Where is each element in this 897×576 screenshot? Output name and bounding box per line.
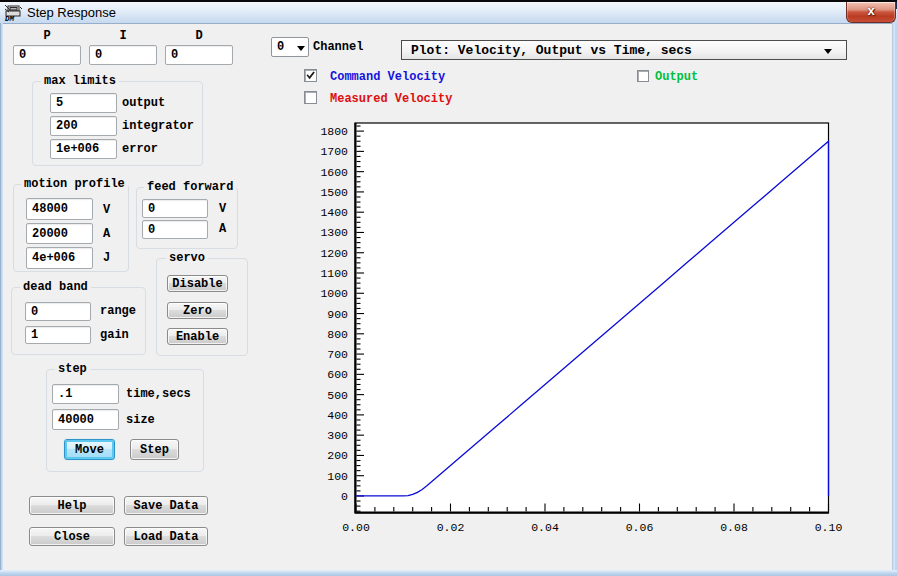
motion-profile-title: motion profile	[21, 177, 128, 191]
servo-disable-button[interactable]: Disable	[167, 275, 228, 292]
svg-text:100: 100	[327, 470, 348, 483]
motion-v-label: V	[103, 203, 110, 217]
command-velocity-label: Command Velocity	[330, 70, 445, 84]
svg-text:500: 500	[327, 389, 348, 402]
step-button[interactable]: Step	[130, 439, 179, 460]
measured-velocity-label: Measured Velocity	[330, 92, 452, 106]
servo-enable-button[interactable]: Enable	[167, 328, 228, 345]
motion-a-label: A	[103, 227, 110, 241]
app-icon: DM	[4, 3, 23, 22]
plot-dropdown-arrow-icon	[824, 49, 832, 54]
checkmark-icon	[306, 71, 315, 80]
max-output-label: output	[122, 96, 165, 110]
svg-text:0: 0	[341, 490, 348, 503]
svg-text:800: 800	[327, 328, 348, 341]
plot-mode-value: Plot: Velocity, Output vs Time, secs	[411, 43, 692, 58]
svg-text:400: 400	[327, 409, 348, 422]
ff-a-input[interactable]	[142, 220, 208, 239]
svg-text:1100: 1100	[320, 267, 348, 280]
max-integrator-label: integrator	[122, 119, 194, 133]
step-time-input[interactable]	[52, 384, 119, 404]
load-data-button[interactable]: Load Data	[124, 527, 208, 546]
output-label: Output	[655, 70, 698, 84]
command-velocity-checkbox[interactable]	[304, 69, 317, 82]
window-border-bottom	[0, 570, 897, 576]
p-label: P	[13, 29, 81, 43]
svg-text:1600: 1600	[320, 166, 348, 179]
close-window-button[interactable]: x	[846, 2, 896, 23]
window-border-right	[892, 23, 897, 570]
move-button[interactable]: Move	[64, 439, 115, 460]
servo-zero-button[interactable]: Zero	[167, 302, 228, 319]
svg-text:0.10: 0.10	[815, 521, 843, 534]
p-input[interactable]	[13, 45, 81, 65]
feed-forward-title: feed forward	[144, 180, 236, 194]
svg-text:900: 900	[327, 308, 348, 321]
dead-band-gain-input[interactable]	[25, 326, 91, 344]
servo-title: servo	[166, 251, 208, 265]
motion-j-input[interactable]	[26, 247, 93, 269]
svg-text:1800: 1800	[320, 125, 348, 138]
d-label: D	[165, 29, 233, 43]
max-output-input[interactable]	[50, 93, 117, 113]
max-error-label: error	[122, 142, 158, 156]
window-border-left	[0, 23, 3, 570]
svg-text:0.04: 0.04	[531, 521, 559, 534]
dead-band-range-input[interactable]	[25, 302, 91, 321]
close-button[interactable]: Close	[29, 527, 115, 546]
dead-band-gain-label: gain	[100, 328, 129, 342]
dead-band-title: dead band	[20, 280, 91, 294]
plot-mode-select[interactable]: Plot: Velocity, Output vs Time, secs	[401, 40, 847, 60]
svg-text:1400: 1400	[320, 206, 348, 219]
svg-text:1500: 1500	[320, 186, 348, 199]
channel-select-value: 0	[277, 40, 284, 54]
title-bar	[0, 2, 897, 24]
measured-velocity-checkbox[interactable]	[304, 91, 317, 104]
motion-j-label: J	[103, 251, 110, 265]
svg-text:0.06: 0.06	[626, 521, 654, 534]
svg-text:1300: 1300	[320, 226, 348, 239]
dead-band-group: dead band	[11, 287, 146, 355]
ff-v-input[interactable]	[142, 199, 208, 218]
ff-a-label: A	[219, 222, 226, 236]
ff-v-label: V	[219, 202, 226, 216]
feed-forward-group: feed forward	[136, 187, 238, 249]
step-title: step	[55, 362, 90, 376]
svg-text:DM: DM	[5, 15, 15, 22]
step-time-label: time,secs	[126, 387, 191, 401]
svg-text:1200: 1200	[320, 247, 348, 260]
window-title: Step Response	[27, 5, 116, 20]
output-checkbox[interactable]	[637, 70, 649, 82]
dead-band-range-label: range	[100, 304, 136, 318]
close-icon: x	[867, 3, 874, 18]
max-limits-title: max limits	[41, 74, 119, 88]
svg-text:1700: 1700	[320, 145, 348, 158]
save-data-button[interactable]: Save Data	[124, 496, 208, 515]
svg-text:300: 300	[327, 429, 348, 442]
svg-text:0.08: 0.08	[720, 521, 748, 534]
help-button[interactable]: Help	[29, 496, 115, 515]
window-top-edge	[0, 0, 897, 2]
i-label: I	[89, 29, 157, 43]
motion-a-input[interactable]	[26, 223, 93, 244]
d-input[interactable]	[165, 45, 233, 65]
svg-text:200: 200	[327, 449, 348, 462]
motion-v-input[interactable]	[26, 198, 93, 220]
i-input[interactable]	[89, 45, 157, 65]
step-size-input[interactable]	[52, 409, 119, 430]
svg-text:600: 600	[327, 368, 348, 381]
channel-label: Channel	[313, 40, 363, 54]
svg-text:1000: 1000	[320, 287, 348, 300]
step-size-label: size	[126, 413, 155, 427]
max-integrator-input[interactable]	[50, 116, 117, 136]
svg-text:0.00: 0.00	[342, 521, 370, 534]
channel-select[interactable]: 0	[271, 37, 309, 57]
max-error-input[interactable]	[50, 139, 117, 159]
svg-text:700: 700	[327, 348, 348, 361]
svg-text:0.02: 0.02	[437, 521, 465, 534]
channel-dropdown-arrow-icon	[297, 46, 305, 51]
